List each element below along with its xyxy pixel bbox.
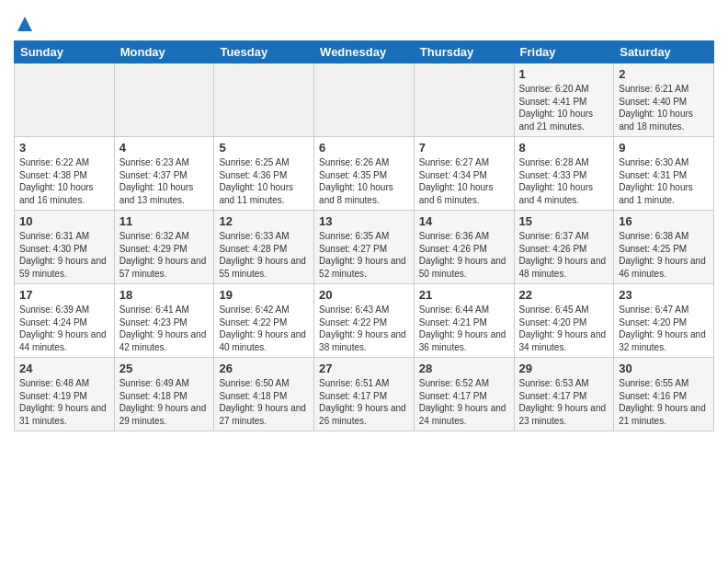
day-info: Sunrise: 6:35 AM Sunset: 4:27 PM Dayligh… [319, 230, 409, 280]
calendar-header-row: SundayMondayTuesdayWednesdayThursdayFrid… [15, 41, 714, 63]
day-info: Sunrise: 6:33 AM Sunset: 4:28 PM Dayligh… [219, 230, 309, 280]
day-info: Sunrise: 6:38 AM Sunset: 4:25 PM Dayligh… [619, 230, 709, 280]
calendar-cell: 27Sunrise: 6:51 AM Sunset: 4:17 PM Dayli… [314, 358, 415, 431]
col-header-friday: Friday [514, 41, 614, 63]
calendar-cell: 16Sunrise: 6:38 AM Sunset: 4:25 PM Dayli… [614, 211, 714, 284]
day-info: Sunrise: 6:25 AM Sunset: 4:36 PM Dayligh… [219, 156, 309, 206]
day-number: 14 [419, 214, 509, 228]
calendar-cell: 14Sunrise: 6:36 AM Sunset: 4:26 PM Dayli… [414, 211, 514, 284]
calendar-cell: 5Sunrise: 6:25 AM Sunset: 4:36 PM Daylig… [214, 137, 314, 211]
calendar-cell: 28Sunrise: 6:52 AM Sunset: 4:17 PM Dayli… [414, 358, 514, 431]
day-info: Sunrise: 6:43 AM Sunset: 4:22 PM Dayligh… [319, 304, 409, 353]
calendar-cell: 10Sunrise: 6:31 AM Sunset: 4:30 PM Dayli… [15, 211, 115, 284]
col-header-wednesday: Wednesday [314, 41, 415, 63]
day-info: Sunrise: 6:36 AM Sunset: 4:26 PM Dayligh… [419, 230, 509, 280]
day-info: Sunrise: 6:22 AM Sunset: 4:38 PM Dayligh… [19, 156, 109, 206]
day-number: 30 [619, 362, 709, 375]
calendar-cell: 7Sunrise: 6:27 AM Sunset: 4:34 PM Daylig… [414, 137, 514, 211]
calendar-cell: 29Sunrise: 6:53 AM Sunset: 4:17 PM Dayli… [514, 358, 614, 431]
day-number: 18 [119, 288, 210, 302]
day-number: 1 [519, 67, 609, 81]
header [14, 9, 714, 33]
day-number: 29 [519, 362, 609, 375]
day-number: 19 [219, 288, 309, 302]
day-info: Sunrise: 6:44 AM Sunset: 4:21 PM Dayligh… [419, 304, 509, 353]
day-number: 4 [119, 141, 210, 155]
day-number: 21 [419, 288, 509, 302]
col-header-sunday: Sunday [15, 41, 115, 63]
day-info: Sunrise: 6:53 AM Sunset: 4:17 PM Dayligh… [519, 377, 609, 427]
day-number: 22 [519, 288, 609, 302]
calendar-cell [114, 63, 214, 137]
day-number: 17 [19, 288, 109, 302]
calendar-cell: 1Sunrise: 6:20 AM Sunset: 4:41 PM Daylig… [514, 63, 614, 137]
calendar-cell: 21Sunrise: 6:44 AM Sunset: 4:21 PM Dayli… [414, 284, 514, 358]
day-number: 23 [619, 288, 709, 302]
calendar-cell: 19Sunrise: 6:42 AM Sunset: 4:22 PM Dayli… [214, 284, 314, 358]
day-info: Sunrise: 6:30 AM Sunset: 4:31 PM Dayligh… [619, 156, 709, 206]
day-info: Sunrise: 6:51 AM Sunset: 4:17 PM Dayligh… [319, 377, 409, 427]
day-info: Sunrise: 6:37 AM Sunset: 4:26 PM Dayligh… [519, 230, 609, 280]
day-info: Sunrise: 6:55 AM Sunset: 4:16 PM Dayligh… [619, 377, 709, 427]
calendar-cell [214, 63, 314, 137]
calendar-table: SundayMondayTuesdayWednesdayThursdayFrid… [14, 40, 714, 431]
calendar-cell: 26Sunrise: 6:50 AM Sunset: 4:18 PM Dayli… [214, 358, 314, 431]
calendar-cell: 6Sunrise: 6:26 AM Sunset: 4:35 PM Daylig… [314, 137, 415, 211]
logo [14, 14, 34, 33]
calendar-cell: 9Sunrise: 6:30 AM Sunset: 4:31 PM Daylig… [614, 137, 714, 211]
col-header-thursday: Thursday [414, 41, 514, 63]
calendar-cell: 22Sunrise: 6:45 AM Sunset: 4:20 PM Dayli… [514, 284, 614, 358]
col-header-saturday: Saturday [614, 41, 714, 63]
calendar-cell: 2Sunrise: 6:21 AM Sunset: 4:40 PM Daylig… [614, 63, 714, 137]
calendar-cell [414, 63, 514, 137]
day-info: Sunrise: 6:47 AM Sunset: 4:20 PM Dayligh… [619, 304, 709, 353]
day-number: 3 [19, 141, 109, 155]
day-info: Sunrise: 6:27 AM Sunset: 4:34 PM Dayligh… [419, 156, 509, 206]
day-number: 15 [519, 214, 609, 228]
logo-text [14, 14, 34, 33]
calendar-cell: 24Sunrise: 6:48 AM Sunset: 4:19 PM Dayli… [15, 358, 115, 431]
day-info: Sunrise: 6:50 AM Sunset: 4:18 PM Dayligh… [219, 377, 309, 427]
day-info: Sunrise: 6:23 AM Sunset: 4:37 PM Dayligh… [119, 156, 210, 206]
calendar-cell: 12Sunrise: 6:33 AM Sunset: 4:28 PM Dayli… [214, 211, 314, 284]
calendar-cell: 25Sunrise: 6:49 AM Sunset: 4:18 PM Dayli… [114, 358, 214, 431]
calendar-cell: 8Sunrise: 6:28 AM Sunset: 4:33 PM Daylig… [514, 137, 614, 211]
day-number: 12 [219, 214, 309, 228]
day-number: 25 [119, 362, 210, 375]
day-info: Sunrise: 6:48 AM Sunset: 4:19 PM Dayligh… [19, 377, 109, 427]
day-info: Sunrise: 6:39 AM Sunset: 4:24 PM Dayligh… [19, 304, 109, 353]
day-info: Sunrise: 6:52 AM Sunset: 4:17 PM Dayligh… [419, 377, 509, 427]
day-number: 5 [219, 141, 309, 155]
day-number: 20 [319, 288, 409, 302]
day-number: 16 [619, 214, 709, 228]
calendar-cell: 15Sunrise: 6:37 AM Sunset: 4:26 PM Dayli… [514, 211, 614, 284]
calendar-cell [15, 63, 115, 137]
day-number: 11 [119, 214, 210, 228]
day-number: 28 [419, 362, 509, 375]
calendar-cell: 13Sunrise: 6:35 AM Sunset: 4:27 PM Dayli… [314, 211, 415, 284]
calendar-week-2: 3Sunrise: 6:22 AM Sunset: 4:38 PM Daylig… [15, 137, 714, 211]
day-number: 2 [619, 67, 709, 81]
day-info: Sunrise: 6:20 AM Sunset: 4:41 PM Dayligh… [519, 83, 609, 132]
page-container: SundayMondayTuesdayWednesdayThursdayFrid… [0, 0, 728, 436]
day-info: Sunrise: 6:41 AM Sunset: 4:23 PM Dayligh… [119, 304, 210, 353]
calendar-week-1: 1Sunrise: 6:20 AM Sunset: 4:41 PM Daylig… [15, 63, 714, 137]
calendar-cell: 30Sunrise: 6:55 AM Sunset: 4:16 PM Dayli… [614, 358, 714, 431]
day-info: Sunrise: 6:21 AM Sunset: 4:40 PM Dayligh… [619, 83, 709, 132]
day-number: 27 [319, 362, 409, 375]
calendar-cell: 17Sunrise: 6:39 AM Sunset: 4:24 PM Dayli… [15, 284, 115, 358]
calendar-week-5: 24Sunrise: 6:48 AM Sunset: 4:19 PM Dayli… [15, 358, 714, 431]
day-info: Sunrise: 6:42 AM Sunset: 4:22 PM Dayligh… [219, 304, 309, 353]
calendar-cell: 23Sunrise: 6:47 AM Sunset: 4:20 PM Dayli… [614, 284, 714, 358]
day-number: 9 [619, 141, 709, 155]
day-info: Sunrise: 6:32 AM Sunset: 4:29 PM Dayligh… [119, 230, 210, 280]
calendar-week-4: 17Sunrise: 6:39 AM Sunset: 4:24 PM Dayli… [15, 284, 714, 358]
day-info: Sunrise: 6:45 AM Sunset: 4:20 PM Dayligh… [519, 304, 609, 353]
day-number: 10 [19, 214, 109, 228]
day-number: 8 [519, 141, 609, 155]
day-info: Sunrise: 6:31 AM Sunset: 4:30 PM Dayligh… [19, 230, 109, 280]
svg-marker-0 [17, 17, 32, 31]
calendar-cell: 3Sunrise: 6:22 AM Sunset: 4:38 PM Daylig… [15, 137, 115, 211]
calendar-cell: 11Sunrise: 6:32 AM Sunset: 4:29 PM Dayli… [114, 211, 214, 284]
calendar-cell: 20Sunrise: 6:43 AM Sunset: 4:22 PM Dayli… [314, 284, 415, 358]
